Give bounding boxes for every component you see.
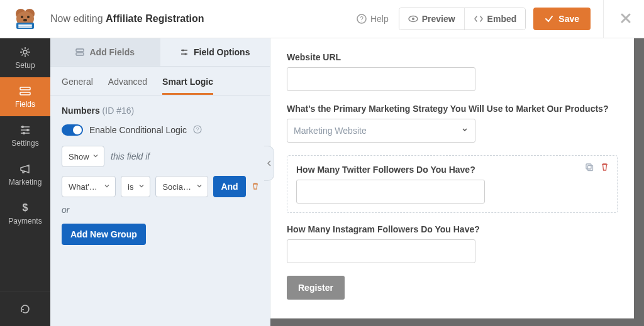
field-strategy[interactable]: What's the Primary Marketing Strategy Yo…	[287, 104, 618, 143]
svg-rect-14	[20, 87, 30, 90]
svg-point-22	[182, 49, 184, 51]
chevron-down-icon	[138, 182, 145, 192]
svg-rect-21	[76, 53, 84, 55]
add-group-button[interactable]: Add New Group	[62, 224, 146, 245]
condition-field-value: What's t…	[69, 182, 99, 192]
form-preview[interactable]: Website URL What's the Primary Marketing…	[270, 38, 634, 318]
nav-label: Payments	[8, 217, 42, 225]
field-type-label: Numbers	[62, 106, 100, 116]
svg-text:?: ?	[196, 126, 199, 133]
svg-rect-8	[18, 26, 32, 28]
save-button[interactable]: Save	[533, 8, 591, 30]
enable-logic-toggle[interactable]	[62, 124, 83, 136]
app-logo	[0, 8, 50, 30]
help-label: Help	[370, 14, 389, 24]
action-select-value: Show	[69, 152, 89, 161]
sliders-mini-icon	[180, 48, 189, 57]
chevron-down-icon	[196, 182, 203, 192]
svg-point-12	[412, 18, 414, 20]
condition-op-select[interactable]: is	[121, 176, 150, 197]
close-button[interactable]	[620, 10, 631, 28]
preview-label: Preview	[422, 14, 455, 24]
twitter-followers-input[interactable]	[296, 180, 485, 204]
instagram-followers-input[interactable]	[287, 239, 475, 263]
panel-body: Numbers (ID #16) Enable Conditional Logi…	[50, 95, 270, 255]
field-id-label: (ID #16)	[103, 106, 135, 116]
subtab-advanced[interactable]: Advanced	[108, 73, 147, 95]
left-nav: Setup Fields Settings Marketing $ Paymen…	[0, 38, 50, 326]
gear-icon	[19, 46, 31, 58]
nav-item-settings[interactable]: Settings	[0, 116, 50, 155]
enable-logic-label: Enable Conditional Logic	[89, 125, 187, 135]
condition-op-value: is	[128, 182, 133, 192]
embed-button[interactable]: Embed	[465, 8, 526, 30]
field-label: What's the Primary Marketing Strategy Yo…	[287, 104, 618, 114]
panel-tabs: Add Fields Field Options	[50, 38, 270, 67]
svg-point-17	[26, 129, 29, 131]
sliders-icon	[19, 124, 31, 136]
duplicate-field-button[interactable]	[584, 162, 594, 173]
current-field-heading: Numbers (ID #16)	[62, 106, 258, 116]
svg-rect-7	[18, 24, 32, 26]
condition-value-select[interactable]: Social …	[155, 176, 208, 197]
field-options-panel: Add Fields Field Options General Advance…	[50, 38, 270, 326]
svg-text:$: $	[23, 202, 28, 213]
field-instagram-followers[interactable]: How Many Instagram Followers Do You Have…	[287, 224, 618, 263]
eye-icon	[408, 14, 418, 24]
action-select[interactable]: Show	[62, 146, 104, 167]
delete-field-button[interactable]	[600, 162, 609, 173]
divider	[603, 0, 604, 38]
svg-rect-20	[76, 49, 84, 52]
chevron-down-icon	[104, 182, 110, 192]
subtab-smart-logic[interactable]: Smart Logic	[162, 73, 213, 95]
nav-item-fields[interactable]: Fields	[0, 77, 50, 116]
tab-add-fields[interactable]: Add Fields	[50, 38, 160, 66]
topbar: Now editing Affiliate Registration ? Hel…	[0, 0, 644, 38]
tab-field-options[interactable]: Field Options	[160, 38, 270, 66]
and-button[interactable]: And	[213, 176, 245, 197]
svg-point-3	[21, 16, 23, 18]
help-button[interactable]: ? Help	[347, 14, 399, 24]
preview-button[interactable]: Preview	[399, 8, 465, 30]
condition-value-value: Social …	[162, 182, 191, 192]
nav-item-marketing[interactable]: Marketing	[0, 155, 50, 194]
nav-item-setup[interactable]: Setup	[0, 38, 50, 77]
field-twitter-followers[interactable]: How Many Twitter Followers Do You Have?	[287, 155, 618, 213]
delete-condition-button[interactable]	[251, 182, 260, 192]
form-name[interactable]: Affiliate Registration	[106, 13, 204, 24]
grid-icon	[75, 48, 84, 57]
close-icon	[620, 13, 631, 24]
fields-icon	[19, 85, 31, 97]
canvas-wrap: Website URL What's the Primary Marketing…	[270, 38, 644, 326]
svg-rect-15	[20, 92, 30, 95]
rule-action-row: Show this field if	[62, 146, 258, 167]
svg-point-16	[21, 126, 24, 128]
submit-button[interactable]: Register	[287, 276, 345, 300]
save-label: Save	[558, 14, 579, 24]
panel-collapse-handle[interactable]	[264, 146, 274, 181]
field-website-url[interactable]: Website URL	[287, 52, 618, 91]
condition-row: What's t… is Social … And	[62, 176, 258, 197]
svg-text:?: ?	[360, 16, 364, 23]
strategy-dropdown[interactable]: Marketing Website	[287, 119, 475, 143]
enable-logic-row: Enable Conditional Logic ?	[62, 124, 258, 136]
field-actions	[584, 162, 609, 173]
subtab-general[interactable]: General	[62, 73, 93, 95]
nav-label: Marketing	[9, 178, 42, 187]
help-tooltip-icon[interactable]: ?	[193, 125, 202, 136]
website-url-input[interactable]	[287, 67, 475, 91]
field-label: Website URL	[287, 52, 618, 62]
nav-item-payments[interactable]: $ Payments	[0, 194, 50, 233]
chevron-down-icon	[92, 152, 99, 161]
field-label: How Many Twitter Followers Do You Have?	[296, 165, 608, 175]
preview-embed-group: Preview Embed	[399, 8, 526, 30]
chevron-down-icon	[461, 126, 469, 136]
chevron-left-icon	[267, 160, 272, 167]
tab-label: Field Options	[194, 47, 250, 57]
condition-field-select[interactable]: What's t…	[62, 176, 116, 197]
history-icon	[19, 303, 31, 315]
now-editing-label: Now editing	[50, 13, 103, 24]
nav-revisions[interactable]	[0, 291, 50, 326]
code-icon	[474, 14, 484, 24]
field-label: How Many Instagram Followers Do You Have…	[287, 224, 618, 234]
